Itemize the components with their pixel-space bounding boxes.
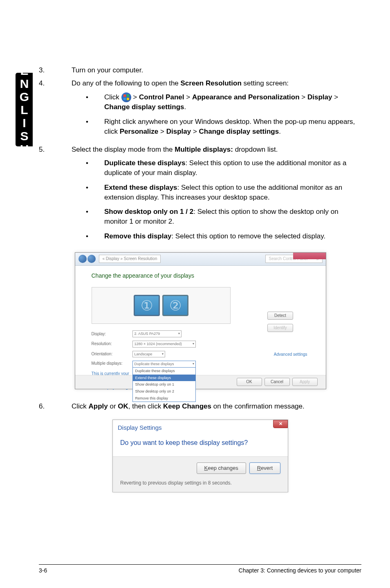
step-text: Click Apply or OK, then click Keep Chang… [72,402,362,411]
bullet: • [86,231,104,241]
text-segment: Select the display mode from the [72,146,175,153]
language-tab: ENGLISH [16,73,33,146]
monitor-2[interactable]: ② [162,295,188,316]
bullet: • [86,117,104,137]
page-number: 3-6 [39,567,47,574]
gt: > [301,93,305,101]
sub-item: • Duplicate these displays: Select this … [72,158,362,178]
bold-term: Multiple displays: [175,146,233,153]
text-segment: : Select this option to remove the selec… [171,232,325,240]
sub-list: • Duplicate these displays: Select this … [72,158,362,241]
step-number: 4. [39,79,72,141]
advanced-settings-link[interactable]: Advanced settings [274,352,307,357]
main-content: 3. Turn on your computer. 4. Do any of t… [39,65,362,500]
label-multiple-displays: Multiple displays: [92,361,132,366]
sub-item: • Show desktop only on 1 / 2: Select thi… [72,207,362,227]
dialog-footer: OK Cancel Apply [75,375,326,389]
identify-button[interactable]: Identify [267,324,293,332]
period: . [184,103,186,111]
dropdown-item-only1[interactable]: Show desktop only on 1 [133,381,195,388]
sub-list: • Click > Control Panel > Appearance and… [72,92,362,137]
bold-term: Display [307,93,332,101]
dialog-window-title: Display Settings [113,420,288,433]
field-resolution: Resolution: 1280 × 1024 (recommended) [92,341,309,348]
text-segment: setting screen: [242,79,289,87]
breadcrumb[interactable]: « Display » Screen Resolution [99,255,161,263]
bold-term: Control Panel [139,93,184,101]
chapter-title: Chapter 3: Connecting devices to your co… [239,567,361,574]
dialog-message: Do you want to keep these display settin… [113,433,288,457]
nav-back-button[interactable] [78,255,87,263]
sub-item: • Extend these displays: Select this opt… [72,183,362,202]
step-number: 5. [39,145,72,246]
bold-term: Keep Changes [163,402,211,410]
select-multiple-displays[interactable]: Duplicate these displays [132,361,196,368]
sub-item: • Remove this display: Select this optio… [72,231,362,241]
bold-term: Show desktop only on 1 / 2 [104,208,193,215]
page-footer: 3-6 Chapter 3: Connecting devices to you… [39,564,361,574]
monitor-1[interactable]: ① [134,295,160,316]
sub-body: Remove this display: Select this option … [104,231,362,241]
text-segment: or [108,402,118,410]
revert-button[interactable]: Revert [249,462,280,474]
screen-resolution-screenshot: « Display » Screen Resolution Search Con… [75,252,326,389]
window-titlebar-controls[interactable] [293,253,326,259]
sub-body: Show desktop only on 1 / 2: Select this … [104,207,362,227]
bold-term: Screen Resolution [181,79,242,87]
step-4: 4. Do any of the following to open the S… [39,79,362,141]
label-orientation: Orientation: [92,351,132,357]
ok-button[interactable]: OK [237,378,262,386]
label-resolution: Resolution: [92,341,132,347]
bullet: • [86,92,104,112]
select-display[interactable]: 2. ASUS PA279 [132,330,182,337]
step-3: 3. Turn on your computer. [39,65,362,75]
bullet: • [86,183,104,202]
windows-start-icon [121,92,131,102]
nav-bar: « Display » Screen Resolution Search Con… [75,253,326,266]
dropdown-item-remove[interactable]: Remove this display [133,395,195,402]
step-6: 6. Click Apply or OK, then click Keep Ch… [39,402,362,411]
step-number: 6. [39,402,72,411]
step-number: 3. [39,65,72,75]
gt: > [160,128,164,135]
step-text: Turn on your computer. [72,65,362,75]
bullet: • [86,158,104,178]
text-segment: Click [104,93,121,101]
dropdown-item-only2[interactable]: Show desktop only on 2 [133,388,195,395]
select-orientation[interactable]: Landscape [132,351,165,358]
gt: > [193,128,197,135]
label-display: Display: [92,331,132,337]
gt: > [186,93,190,101]
detect-buttons: Detect Identify [267,312,293,332]
sub-item: • Click > Control Panel > Appearance and… [72,92,362,112]
text-segment: Click [72,402,89,410]
text-segment: Do any of the following to open the [72,79,181,87]
multiple-displays-dropdown[interactable]: Duplicate these displays Extend these di… [132,367,196,402]
bold-term: Personalize [120,128,159,135]
sub-body: Extend these displays: Select this optio… [104,183,362,202]
apply-button[interactable]: Apply [292,378,318,386]
period: . [279,128,281,135]
bold-term: OK [118,402,128,410]
bold-term: Change display settings [104,103,184,111]
step-text: Select the display mode from the Multipl… [72,145,362,246]
text-segment: on the confirmation message. [211,402,305,410]
text-segment: , then click [128,402,163,410]
dialog-buttons: Keep changes Revert [113,457,288,480]
cancel-button[interactable]: Cancel [264,378,290,386]
keep-changes-button[interactable]: Keep changes [197,462,246,474]
bold-term: Extend these displays [104,184,177,191]
dropdown-item-extend[interactable]: Extend these displays [133,375,195,382]
detect-button[interactable]: Detect [267,312,293,320]
dropdown-item-duplicate[interactable]: Duplicate these displays [133,368,195,375]
monitor-preview[interactable]: ① ② [92,287,231,324]
countdown-text: Reverting to previous display settings i… [113,480,288,491]
field-multiple-displays: Multiple displays: Duplicate these displ… [92,361,309,368]
bold-term: Remove this display [104,232,171,240]
step-5: 5. Select the display mode from the Mult… [39,145,362,246]
select-resolution[interactable]: 1280 × 1024 (recommended) [132,341,196,348]
sub-body: Duplicate these displays: Select this op… [104,158,362,178]
nav-forward-button[interactable] [87,255,96,263]
gt: > [334,93,338,101]
close-button[interactable]: ✕ [273,420,288,428]
